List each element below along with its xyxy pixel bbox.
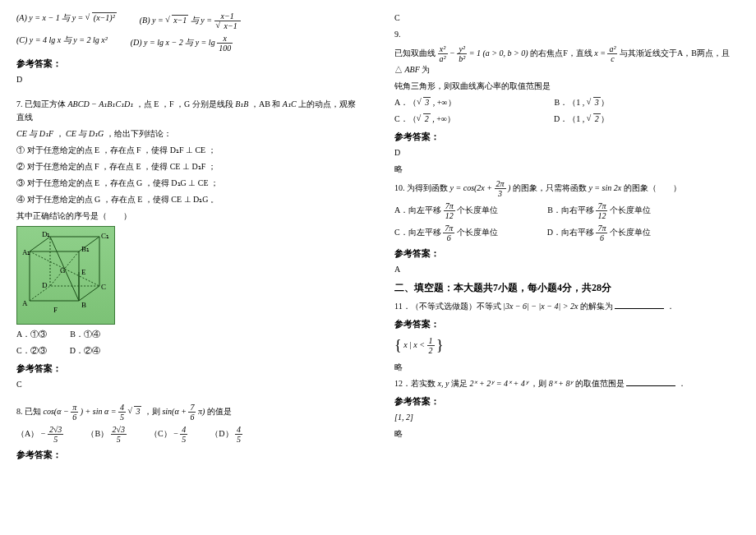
q9-row2: C．（2 , +∞） D．（1 , 2） — [394, 113, 740, 126]
blank — [615, 302, 664, 309]
q6-options-row1: (A) y = x − 1 与 y = (x−1)² (B) y = x−1 与… — [16, 12, 362, 30]
q7-s2: ② 对于任意给定的点 F ，存在点 E ，使得 CE ⊥ D₁F ； — [16, 160, 362, 173]
q7-options-1: A．①③ B．①④ — [16, 328, 362, 341]
q7-options-2: C．②③ D．②④ — [16, 344, 362, 357]
cube-figure: A₁ B₁ C₁ D₁ A B C D E F G — [16, 226, 115, 325]
q8-options: （A） − 2√35 （B） 2√35 （C） − 45 （D） 45 — [16, 425, 362, 444]
left-column: (A) y = x − 1 与 y = (x−1)² (B) y = x−1 与… — [0, 0, 378, 535]
svg-text:B₁: B₁ — [81, 245, 90, 253]
svg-text:B: B — [81, 301, 86, 309]
q9-B: B．（1 , 3） — [555, 96, 609, 109]
section2-title: 二、填空题：本大题共7小题，每小题4分，共28分 — [394, 281, 740, 295]
q8-B: （B） 2√35 — [86, 425, 127, 444]
q12-answer: [1, 2] — [394, 411, 740, 424]
answer-label: 参考答案： — [16, 449, 362, 461]
q10-answer: A — [394, 263, 740, 276]
svg-text:A₁: A₁ — [22, 248, 31, 256]
q10-D: D．向右平移 7π6 个长度单位 — [547, 224, 651, 242]
q10-stem: 10. 为得到函数 y = cos(2x + 2π3 ) 的图象，只需将函数 y… — [394, 179, 740, 198]
q7-s4: ④ 对于任意给定的点 G ，存在点 E ，使得 CE ⊥ D₁G 。 — [16, 193, 362, 206]
svg-text:D₁: D₁ — [42, 230, 51, 238]
svg-text:A: A — [22, 299, 28, 307]
q7-s1: ① 对于任意给定的点 E ，存在点 F ，使得 D₁F ⊥ CE ； — [16, 144, 362, 157]
q9-stem-2: 钝角三角形，则双曲线离心率的取值范围是 — [394, 80, 740, 93]
lue: 略 — [394, 163, 740, 176]
q6-optB: (B) y = x−1 与 y = x−1 x−1 — [140, 12, 241, 30]
lue: 略 — [394, 361, 740, 374]
q9-stem-1: 已知双曲线 x²a² − y²b² = 1 (a > 0, b > 0) 的右焦… — [394, 44, 740, 76]
q9-A: A．（3 , +∞） — [394, 96, 456, 109]
q10-row2: C．向左平移 7π6 个长度单位 D．向右平移 7π6 个长度单位 — [394, 224, 740, 242]
q7-stem-line2: CE 与 D₁F ， CE 与 D₁G ，给出下列结论： — [16, 127, 362, 141]
q9-number: 9. — [394, 28, 740, 41]
q10-C: C．向左平移 7π6 个长度单位 — [394, 224, 498, 242]
q6-options-row2: (C) y = 4 lg x 与 y = 2 lg x² (D) y = lg … — [16, 34, 362, 53]
q8-D: （D） 45 — [210, 425, 242, 444]
answer-label: 参考答案： — [394, 131, 740, 143]
q8-answer: C — [394, 12, 740, 25]
lue: 略 — [394, 427, 740, 440]
q11-stem: 11．（不等式选做题）不等式 |3x − 6| − |x − 4| > 2x 的… — [394, 300, 740, 313]
svg-text:G: G — [60, 266, 66, 274]
q11-answer: { x | x < 12 } — [394, 334, 740, 357]
blank — [626, 379, 675, 386]
q8-C: （C） − 45 — [150, 425, 187, 444]
svg-text:C₁: C₁ — [101, 232, 109, 240]
q6-optA: (A) y = x − 1 与 y = (x−1)² — [16, 12, 117, 30]
answer-label: 参考答案： — [16, 58, 362, 70]
q10-row1: A．向左平移 7π12 个长度单位 B．向右平移 7π12 个长度单位 — [394, 201, 740, 220]
q9-answer: D — [394, 146, 740, 159]
svg-text:D: D — [42, 281, 48, 289]
q8-A: （A） − 2√35 — [16, 425, 63, 444]
q10-A: A．向左平移 7π12 个长度单位 — [394, 201, 498, 220]
svg-text:F: F — [53, 306, 58, 314]
q7-answer: C — [16, 378, 362, 391]
svg-text:E: E — [81, 268, 86, 276]
q12-stem: 12．若实数 x, y 满足 2ˣ + 2ʸ = 4ˣ + 4ʸ ，则 8ˣ +… — [394, 377, 740, 390]
q6-optD: (D) y = lg x − 2 与 y = lg x 100 — [131, 34, 233, 53]
q8-stem: 8. 已知 cos(α − π 6 ) + sin α = 4 5 3 ，则 s… — [16, 403, 362, 422]
q6-optC: (C) y = 4 lg x 与 y = 2 lg x² — [16, 34, 108, 53]
q6-answer: D — [16, 73, 362, 86]
answer-label: 参考答案： — [394, 247, 740, 260]
q7-s3: ③ 对于任意给定的点 E ，存在点 G ，使得 D₁G ⊥ CE ； — [16, 177, 362, 190]
answer-label: 参考答案： — [16, 362, 362, 375]
q7-conclude: 其中正确结论的序号是（ ） — [16, 210, 362, 223]
svg-text:C: C — [101, 283, 106, 291]
q10-B: B．向右平移 7π12 个长度单位 — [547, 201, 651, 220]
answer-label: 参考答案： — [394, 318, 740, 330]
right-column: C 9. 已知双曲线 x²a² − y²b² = 1 (a > 0, b > 0… — [378, 0, 756, 535]
q9-D: D．（1 , 2） — [554, 113, 609, 126]
q9-row1: A．（3 , +∞） B．（1 , 3） — [394, 96, 740, 109]
answer-label: 参考答案： — [394, 395, 740, 408]
q7-stem-line1: 7. 已知正方体 ABCD − A₁B₁C₁D₁ ，点 E ，F ，G 分别是线… — [16, 98, 362, 124]
q9-C: C．（2 , +∞） — [394, 113, 455, 126]
